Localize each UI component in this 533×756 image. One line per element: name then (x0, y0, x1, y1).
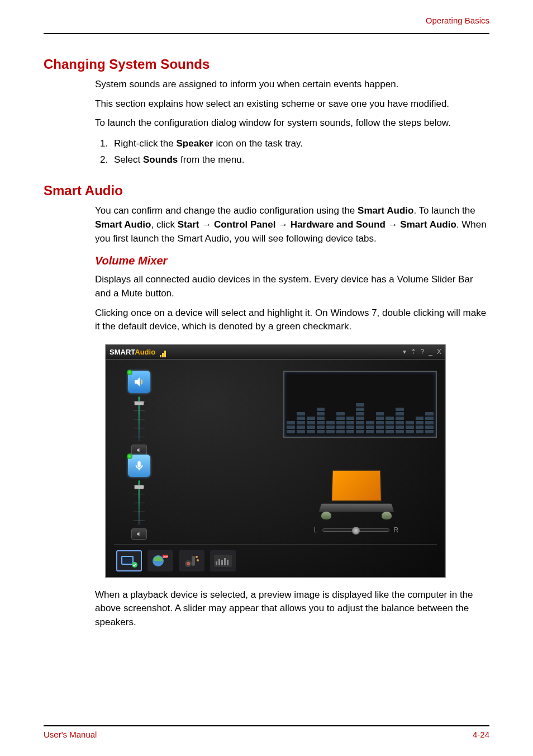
svg-rect-15 (218, 559, 220, 565)
pin-button[interactable]: ⇡ (411, 348, 416, 356)
balance-control: L R (314, 526, 398, 534)
svg-point-12 (197, 559, 199, 561)
volume-slider[interactable] (135, 396, 143, 441)
balance-right-label: R (394, 526, 399, 534)
window-controls: ▾ ⇡ ? _ X (403, 348, 441, 356)
svg-rect-0 (137, 461, 141, 467)
device-preview: L R (275, 455, 437, 538)
svg-rect-10 (192, 556, 195, 566)
speaker-icon (128, 371, 150, 393)
footer-left: User's Manual (44, 730, 97, 739)
heading-smart-audio: Smart Audio (44, 183, 489, 199)
smartaudio-tabs: VOIP (114, 544, 437, 571)
svg-point-9 (187, 562, 190, 565)
svg-text:VOIP: VOIP (163, 555, 168, 557)
para: Displays all connected audio devices in … (95, 273, 489, 300)
minimize-button[interactable]: _ (429, 348, 432, 356)
steps-list: Right-click the Speaker icon on the task… (95, 136, 489, 167)
svg-rect-14 (216, 561, 217, 565)
balance-left-label: L (314, 526, 318, 534)
spectrum-display (283, 371, 437, 438)
close-button[interactable]: X (437, 348, 441, 356)
step-item: Right-click the Speaker icon on the task… (111, 136, 489, 151)
para: This section explains how select an exis… (95, 97, 489, 111)
step-item: Select Sounds from the menu. (111, 152, 489, 167)
tab-voip[interactable]: VOIP (147, 550, 173, 571)
svg-rect-3 (122, 557, 132, 564)
mute-button[interactable] (131, 445, 147, 456)
para: System sounds are assigned to inform you… (95, 78, 489, 92)
svg-point-11 (196, 556, 198, 558)
page-footer: User's Manual 4-24 (44, 725, 489, 739)
mute-button[interactable] (131, 528, 147, 540)
help-button[interactable]: ? (421, 348, 425, 356)
para: When a playback device is selected, a pr… (95, 588, 489, 630)
heading-changing-system-sounds: Changing System Sounds (44, 56, 489, 72)
smartaudio-titlebar[interactable]: SMARTAudio ▾ ⇡ ? _ X (106, 345, 445, 360)
volume-slider[interactable] (135, 480, 143, 525)
subheading-volume-mixer: Volume Mixer (44, 254, 489, 267)
microphone-device[interactable] (120, 455, 159, 540)
para: Clicking once on a device will select an… (95, 306, 489, 334)
svg-rect-16 (221, 560, 223, 565)
smartaudio-screenshot: SMARTAudio ▾ ⇡ ? _ X (105, 344, 446, 578)
equalizer-icon (160, 349, 168, 356)
tab-audio-director[interactable] (179, 550, 204, 571)
balance-slider[interactable] (322, 528, 389, 532)
speaker-device[interactable] (120, 371, 159, 456)
microphone-icon (128, 455, 150, 477)
menu-button[interactable]: ▾ (403, 348, 406, 356)
laptop-icon (320, 469, 393, 519)
tab-equalizer[interactable] (210, 550, 236, 571)
smartaudio-title: SMARTAudio (110, 348, 168, 356)
header-section-label: Operating Basics (44, 16, 489, 25)
smartaudio-window: SMARTAudio ▾ ⇡ ? _ X (105, 344, 446, 578)
svg-rect-18 (227, 560, 229, 565)
footer-right: 4-24 (473, 730, 489, 739)
para: You can confirm and change the audio con… (95, 204, 489, 245)
para: To launch the configuration dialog windo… (95, 116, 489, 130)
page-header: Operating Basics (44, 16, 489, 34)
tab-volume-mixer[interactable] (116, 550, 142, 571)
svg-rect-17 (224, 558, 226, 565)
